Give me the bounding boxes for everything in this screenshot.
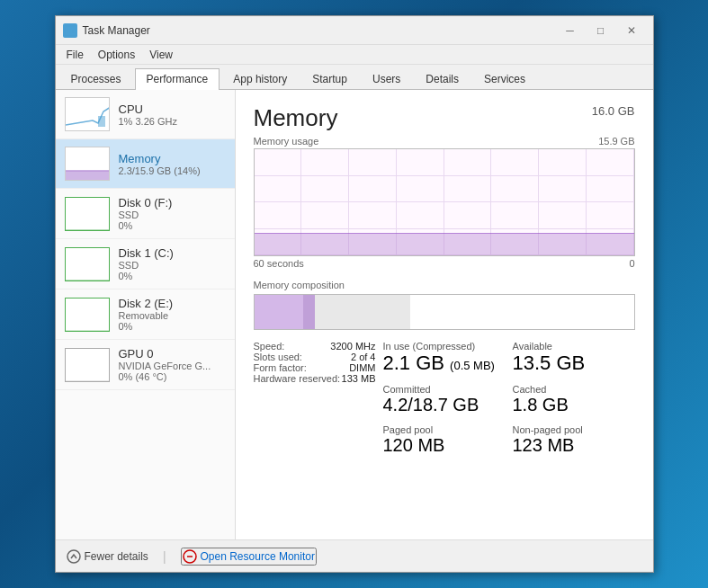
form-row: Form factor: DIMM (254, 362, 376, 373)
composition-label: Memory composition (254, 280, 635, 290)
comp-inuse (255, 295, 304, 329)
chart-time-left: 60 seconds (254, 258, 304, 269)
nonpaged-label: Non-paged pool (513, 424, 635, 435)
chart-fill (255, 234, 634, 255)
tab-users[interactable]: Users (361, 68, 412, 89)
grid-cell (444, 202, 492, 229)
resource-monitor-label: Open Resource Monitor (201, 550, 315, 563)
close-button[interactable]: ✕ (617, 22, 646, 40)
inuse-label: In use (Compressed) (383, 341, 506, 352)
tab-details[interactable]: Details (414, 68, 471, 89)
memory-composition-section: Memory composition (254, 280, 635, 330)
comp-standby (315, 295, 410, 329)
memory-chart (254, 148, 635, 256)
chart-usage-value: 15.9 GB (598, 136, 634, 147)
chart-line (255, 233, 634, 234)
tab-processes[interactable]: Processes (59, 68, 133, 89)
maximize-button[interactable]: □ (587, 22, 615, 40)
resource-monitor-button[interactable]: Open Resource Monitor (181, 548, 317, 566)
content-total: 16.0 GB (592, 104, 635, 118)
gpu0-thumbnail (65, 348, 110, 382)
disk0-name: Disk 0 (F:) (119, 196, 226, 209)
disk0-type: SSD (119, 209, 226, 220)
cpu-name: CPU (119, 102, 226, 116)
committed-value: 4.2/18.7 GB (383, 395, 506, 415)
disk2-info: Disk 2 (E:) Removable 0% (119, 297, 226, 332)
minimize-button[interactable]: ─ (556, 22, 585, 40)
tab-services[interactable]: Services (472, 68, 537, 89)
stat-committed: Committed 4.2/18.7 GB (383, 384, 506, 415)
chevron-up-icon (67, 549, 81, 564)
memory-name: Memory (119, 152, 226, 165)
chart-time-right: 0 (629, 258, 634, 269)
content-header: Memory 16.0 GB (254, 104, 635, 132)
content-area: Memory 16.0 GB Memory usage 15.9 GB (236, 90, 653, 539)
disk2-usage: 0% (119, 321, 226, 332)
tab-performance[interactable]: Performance (135, 68, 220, 90)
titlebar: Task Manager ─ □ ✕ (56, 16, 653, 45)
sidebar-item-disk0[interactable]: Disk 0 (F:) SSD 0% (56, 189, 235, 239)
menu-view[interactable]: View (142, 47, 180, 63)
grid-cell (539, 202, 587, 229)
svg-point-16 (67, 550, 80, 563)
cpu-info: CPU 1% 3.26 GHz (119, 102, 226, 127)
gpu0-info: GPU 0 NVIDIA GeForce G... 0% (46 °C) (119, 347, 226, 382)
mem-bar (66, 170, 109, 180)
stats-area: In use (Compressed) 2.1 GB (0.5 MB) Avai… (254, 341, 635, 456)
window-controls: ─ □ ✕ (556, 22, 646, 40)
disk2-name: Disk 2 (E:) (119, 297, 226, 310)
grid-cell (444, 176, 492, 203)
memory-chart-section: Memory usage 15.9 GB (254, 136, 635, 269)
stat-right-col: Speed: 3200 MHz Slots used: 2 of 4 Form … (254, 341, 376, 456)
stat-paged: Paged pool 120 MB (383, 424, 506, 456)
tab-startup[interactable]: Startup (300, 68, 359, 89)
disk0-thumbnail (65, 197, 110, 231)
grid-cell (301, 176, 349, 203)
grid-cell (397, 176, 444, 203)
svg-rect-10 (66, 248, 110, 281)
inuse-value: 2.1 GB (0.5 MB) (383, 352, 506, 375)
svg-rect-1 (67, 29, 68, 33)
tab-app-history[interactable]: App history (221, 68, 299, 89)
grid-cell (349, 202, 397, 229)
comp-free (410, 295, 634, 329)
sidebar-item-disk2[interactable]: Disk 2 (E:) Removable 0% (56, 290, 235, 340)
disk1-usage: 0% (119, 271, 226, 281)
disk1-name: Disk 1 (C:) (119, 246, 226, 260)
svg-rect-14 (66, 349, 110, 382)
menu-options[interactable]: Options (91, 47, 142, 63)
svg-rect-4 (66, 98, 110, 131)
grid-cell (255, 149, 302, 176)
grid-cell (255, 176, 302, 203)
memory-info: Memory 2.3/15.9 GB (14%) (119, 152, 226, 176)
grid-cell (587, 149, 634, 176)
disk1-type: SSD (119, 260, 226, 271)
disk0-info: Disk 0 (F:) SSD 0% (119, 196, 226, 231)
statusbar: Fewer details | Open Resource Monitor (56, 539, 653, 572)
nonpaged-value: 123 MB (513, 435, 635, 456)
sidebar-item-disk1[interactable]: Disk 1 (C:) SSD 0% (56, 239, 235, 290)
cpu-thumbnail (65, 97, 110, 131)
grid-cell (301, 202, 349, 229)
paged-value: 120 MB (383, 435, 506, 456)
sidebar-item-cpu[interactable]: CPU 1% 3.26 GHz (56, 90, 235, 139)
grid-cell (491, 176, 539, 203)
sidebar-item-gpu0[interactable]: GPU 0 NVIDIA GeForce G... 0% (46 °C) (56, 340, 235, 390)
speed-row: Speed: 3200 MHz (254, 341, 376, 352)
stat-inuse: In use (Compressed) 2.1 GB (0.5 MB) (383, 341, 506, 375)
window-title: Task Manager (83, 24, 556, 37)
paged-label: Paged pool (383, 424, 506, 435)
grid-cell (491, 202, 539, 229)
fewer-details-button[interactable]: Fewer details (67, 549, 148, 564)
sidebar-item-memory[interactable]: Memory 2.3/15.9 GB (14%) (56, 139, 235, 189)
stat-nonpaged: Non-paged pool 123 MB (513, 424, 635, 456)
grid-cell (587, 202, 634, 229)
gpu0-name: GPU 0 (119, 347, 226, 361)
menubar: File Options View (56, 45, 653, 65)
menu-file[interactable]: File (59, 47, 91, 63)
cached-value: 1.8 GB (513, 395, 635, 415)
gpu0-model: NVIDIA GeForce G... (119, 361, 226, 371)
memory-thumbnail (65, 147, 110, 181)
grid-cell (397, 202, 444, 229)
separator: | (163, 549, 166, 564)
